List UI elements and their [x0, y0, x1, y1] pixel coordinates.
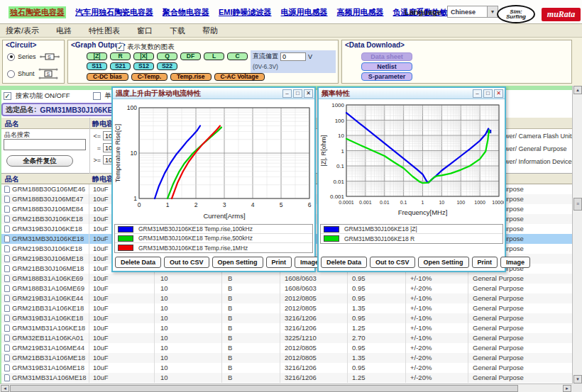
menu-item[interactable]: 特性图表: [89, 26, 120, 36]
maximize-icon[interactable]: □: [483, 89, 493, 98]
graph-param-button[interactable]: Q: [157, 52, 177, 60]
graph-param-button[interactable]: |Z|: [87, 52, 107, 60]
menu-item[interactable]: 搜索/表示: [6, 26, 39, 36]
chart-button[interactable]: Print: [472, 257, 498, 268]
chart-button[interactable]: Image: [500, 257, 530, 268]
table-row[interactable]: GRM219B31A106ME4410uF10B2012/08050.95+/-…: [1, 343, 572, 353]
table-row[interactable]: GRM219B31A106KE4410uF10B2012/08050.95+/-…: [1, 293, 572, 303]
graph-param-button[interactable]: DF: [180, 52, 201, 60]
table-row[interactable]: GRM31MB31A106KE1810uF10B3216/12061.25+/-…: [1, 323, 572, 333]
circuit-option-shunt[interactable]: Shunt S: [7, 67, 59, 80]
series-radio[interactable]: [7, 53, 15, 61]
graph-param-button[interactable]: |X|: [133, 52, 154, 60]
scroll-up-icon[interactable]: ▲: [573, 86, 582, 94]
temp-char-cell: B: [222, 313, 280, 323]
nav-link[interactable]: 汽车用独石陶瓷电容器: [75, 7, 153, 18]
menu-item[interactable]: 窗口: [137, 26, 153, 36]
download-button[interactable]: Data sheet: [361, 52, 412, 61]
nav-link[interactable]: 电源用电感器: [281, 7, 328, 18]
chart-button[interactable]: Out to CSV: [164, 257, 209, 268]
chart-button[interactable]: Delete Data: [115, 257, 161, 268]
capacitance-cell: 10uF: [89, 274, 155, 284]
svg-text:|Z|, R[ohm]: |Z|, R[ohm]: [320, 135, 327, 166]
language-select[interactable]: Chinese ▼: [447, 6, 498, 18]
reset-all-button[interactable]: 全条件复位: [6, 155, 73, 167]
table-row[interactable]: GRM21BB31A106ME1810uF10B2012/08051.35+/-…: [1, 353, 572, 363]
table-row[interactable]: GRM319B31A106ME1810uF10B3216/12060.95+/-…: [1, 363, 572, 373]
download-button[interactable]: S-parameter: [361, 72, 412, 81]
table-row[interactable]: GRM188B31A106ME6910uF10B1608/06030.95+/-…: [1, 284, 572, 293]
scroll-down-icon[interactable]: ▼: [573, 375, 582, 383]
graph-char-button[interactable]: C-AC Voltage: [214, 73, 265, 81]
window-title-bar[interactable]: 温度上升由于脉动电流特性 – □ ✕: [113, 88, 314, 99]
minimize-icon[interactable]: –: [473, 89, 482, 98]
table-row[interactable]: GRM21BB31A106KE1810uF10B2012/08051.35+/-…: [1, 303, 572, 313]
chart-button[interactable]: Out to CSV: [370, 257, 415, 268]
thickness-cell: 1.25: [348, 323, 406, 333]
document-icon: [4, 245, 10, 252]
language-value: Chinese: [448, 9, 487, 16]
scroll-left-icon[interactable]: ◄: [1, 385, 9, 392]
chevron-down-icon[interactable]: ▼: [487, 6, 498, 17]
part-name: GRM31MB30J106KE18: [12, 234, 84, 244]
search-toggle-checkbox[interactable]: ✓: [4, 92, 11, 100]
part-name: GRM188B30G106ME46: [12, 184, 85, 194]
minimize-icon[interactable]: –: [282, 89, 292, 98]
table-row[interactable]: GRM32EB11A106KA0110uF10B3225/12102.70+/-…: [1, 333, 572, 343]
nav-link[interactable]: 高频用电感器: [337, 7, 384, 18]
horizontal-scrollbar[interactable]: ◄ ►: [0, 383, 572, 392]
graph-param-button[interactable]: R: [110, 52, 131, 60]
name-search-input[interactable]: [4, 139, 86, 150]
part-name: GRM21BB30J106KE18: [12, 214, 83, 224]
scroll-right-icon[interactable]: ►: [563, 385, 571, 392]
graph-param-button[interactable]: L: [204, 52, 224, 60]
dc-bias-input[interactable]: [280, 52, 306, 61]
size-cell: 3216/1206: [280, 323, 348, 333]
window-title-bar[interactable]: 频率特性 – □ ✕: [319, 88, 505, 99]
temp-rise-chart: 0123456110100Current[Arms]Temperature Ri…: [114, 99, 314, 224]
circuit-option-series[interactable]: Series S: [7, 52, 60, 62]
graph-char-button[interactable]: C-DC bias: [87, 73, 128, 81]
menu-item[interactable]: 帮助: [202, 26, 218, 36]
complex-graph-checkbox-row[interactable]: ✓ 表示复数的图表: [116, 43, 175, 52]
menu-item[interactable]: 电路: [56, 26, 72, 36]
svg-text:1000: 1000: [331, 102, 344, 108]
language-area: Language Chinese ▼: [405, 6, 498, 18]
nav-link[interactable]: 聚合物电容器: [163, 7, 209, 18]
close-icon[interactable]: ✕: [304, 89, 313, 98]
horizontal-scroll-thumb[interactable]: [10, 385, 518, 392]
shunt-radio[interactable]: [7, 70, 15, 78]
unit-checkbox[interactable]: [93, 92, 101, 100]
table-row[interactable]: GRM31MB31A106ME1810uF10B3216/12061.25+/-…: [1, 373, 572, 383]
graph-sparam-button[interactable]: S21: [110, 62, 131, 70]
complex-graph-checkbox[interactable]: ✓: [116, 43, 124, 51]
menu-item[interactable]: 下载: [170, 26, 185, 36]
graph-sparam-button[interactable]: S12: [133, 62, 154, 70]
graph-sparam-button[interactable]: S22: [157, 62, 177, 70]
application-option[interactable]: Power/ General Purpose: [497, 145, 567, 152]
chart-button[interactable]: Open Setting: [418, 257, 469, 268]
download-button[interactable]: Netlist: [361, 62, 412, 71]
part-name-cell: GRM188B30J106ME84: [1, 204, 89, 214]
table-row[interactable]: GRM188B31A106KE6910uF10B1608/06030.95+/-…: [1, 274, 572, 284]
vertical-scrollbar[interactable]: ▲ ≡ ▼: [572, 86, 582, 383]
chart-button[interactable]: Print: [266, 257, 292, 268]
part-name: GRM319B31A106KE18: [12, 313, 83, 323]
graph-param-button[interactable]: C: [227, 52, 248, 60]
chart-button[interactable]: Open Setting: [212, 257, 263, 268]
chart-button[interactable]: Delete Data: [321, 257, 367, 268]
capacitance-cell: 10uF: [89, 323, 155, 333]
nav-link[interactable]: 独石陶瓷电容器: [9, 6, 66, 18]
application-option[interactable]: Power/ Camera Flash Units: [497, 133, 575, 140]
close-icon[interactable]: ✕: [494, 89, 503, 98]
graph-char-button[interactable]: C-Temp.: [131, 73, 168, 81]
svg-text:S: S: [48, 55, 51, 60]
voltage-cell: 10: [155, 363, 222, 373]
table-row[interactable]: GRM319B31A106KE1810uF10B3216/12060.95+/-…: [1, 313, 572, 323]
graph-sparam-button[interactable]: S11: [87, 62, 107, 70]
application-option[interactable]: Power/ Information Devices: [497, 158, 575, 165]
vertical-scroll-thumb[interactable]: ≡: [573, 198, 582, 211]
graph-char-button[interactable]: Temp.rise: [170, 73, 212, 81]
nav-link[interactable]: EMI静噪滤波器: [219, 7, 272, 18]
maximize-icon[interactable]: □: [293, 89, 302, 98]
